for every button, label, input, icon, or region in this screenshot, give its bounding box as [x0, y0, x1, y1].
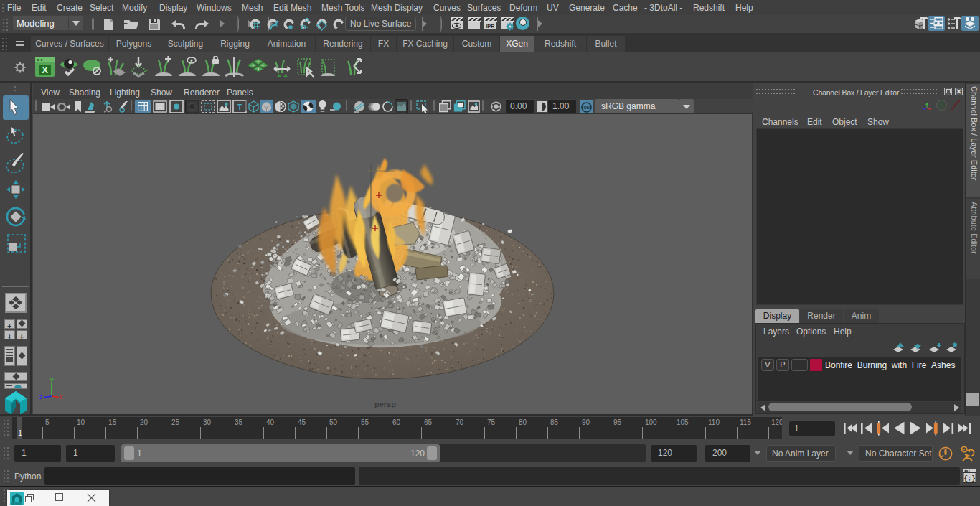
svg-text:T: T: [237, 103, 242, 111]
svg-text:x: x: [60, 393, 63, 400]
svg-text:{;}: {;}: [963, 475, 975, 482]
svg-text:IPR: IPR: [486, 24, 495, 29]
svg-text:z: z: [39, 393, 43, 400]
svg-text:X: X: [42, 65, 48, 75]
svg-text:ON: ON: [583, 106, 589, 110]
svg-text:y: y: [50, 376, 54, 383]
